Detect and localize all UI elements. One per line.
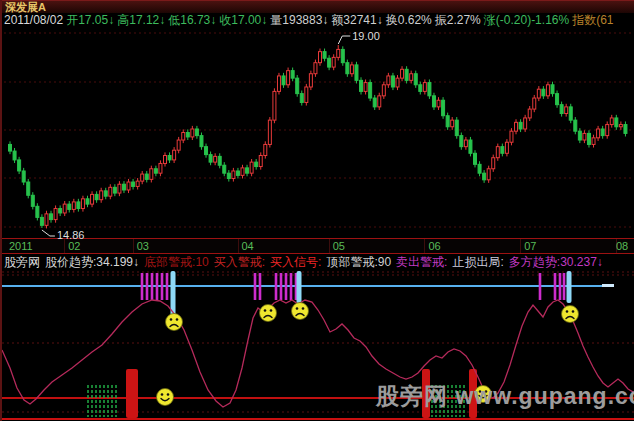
sell-warning-bar — [141, 273, 144, 300]
sell-warning-bar — [161, 273, 164, 300]
sell-warning-bar — [563, 273, 566, 300]
sell-warning-bar — [554, 273, 557, 300]
sell-warning-bar — [259, 273, 262, 300]
sell-warning-bar — [539, 273, 542, 300]
stop-exit-bar — [126, 369, 138, 418]
sell-signal-bar — [567, 271, 572, 303]
top-warning-line — [2, 285, 602, 287]
sad-face-icon — [562, 306, 579, 323]
stock-app-window: 深发展A 2011/08/02开17.05↓高17.12↓低16.73↓收17.… — [0, 0, 634, 421]
sell-warning-bar — [290, 273, 293, 300]
sell-signal-bar — [297, 271, 302, 307]
sell-warning-bar — [156, 273, 159, 300]
happy-face-icon — [157, 389, 174, 406]
sell-warning-bar — [280, 273, 283, 300]
panel-bottom-border — [2, 418, 634, 420]
sad-face-icon — [292, 303, 309, 320]
sell-warning-bar — [275, 273, 278, 300]
sell-warning-bar — [166, 273, 169, 300]
sell-warning-bar — [559, 273, 562, 300]
sell-warning-bar — [146, 273, 149, 300]
indicator-chart[interactable] — [2, 0, 634, 421]
top-warning-line-tip — [602, 284, 614, 287]
sell-warning-bar — [254, 273, 257, 300]
sad-face-icon — [166, 314, 183, 331]
sell-warning-bar — [285, 273, 288, 300]
sell-warning-bar — [151, 273, 154, 300]
watermark: 股旁网 www.gupang.com — [376, 381, 634, 412]
sad-face-icon — [260, 305, 277, 322]
